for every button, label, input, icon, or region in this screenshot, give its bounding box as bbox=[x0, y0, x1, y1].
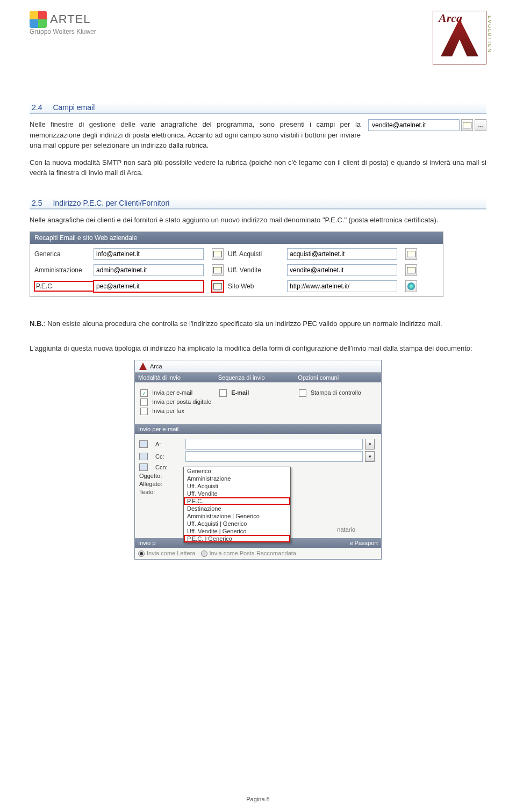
uffvend-mail-icon[interactable] bbox=[405, 264, 417, 276]
book-icon[interactable] bbox=[139, 440, 148, 448]
pec-label: P.E.C. bbox=[34, 281, 94, 291]
cc-label: Cc: bbox=[155, 453, 183, 460]
nb-label: N.B. bbox=[30, 320, 44, 328]
section-2-5-title: Indirizzo P.E.C. per Clienti/Fornitori bbox=[53, 199, 169, 207]
dd-pec[interactable]: P.E.C. bbox=[184, 497, 290, 505]
sito-label: Sito Web bbox=[228, 282, 287, 290]
sito-input[interactable] bbox=[287, 280, 397, 292]
uffacq-label: Uff. Acquisti bbox=[228, 250, 287, 258]
opt-stampa[interactable] bbox=[299, 389, 306, 397]
opt-stampa-row[interactable]: Stampa di controllo bbox=[299, 389, 376, 397]
cc-row: Cc: ▾ bbox=[139, 451, 377, 462]
radio-icon bbox=[138, 550, 145, 557]
dd-pec-generico[interactable]: P.E.C. | Generico bbox=[184, 535, 290, 542]
dd-generico[interactable]: Generico bbox=[184, 467, 290, 475]
recapiti-panel: Recapiti Email e sito Web aziendale Gene… bbox=[30, 231, 443, 297]
recapiti-title: Recapiti Email e sito Web aziendale bbox=[30, 232, 443, 244]
page-footer: Pagina 8 bbox=[0, 796, 516, 802]
form-change-paragraph: L'aggiunta di questa nuova tipologia di … bbox=[30, 343, 486, 354]
chk-invia-email-row[interactable]: Invia per e-mail bbox=[140, 389, 217, 397]
dd-uffvendite[interactable]: Uff. Vendite bbox=[184, 490, 290, 497]
logo-artel-block: ARTEL Gruppo Wolters Kluwer bbox=[30, 11, 96, 64]
bar1-c2: Sequenza di invio bbox=[218, 374, 298, 381]
chk-fax-row[interactable]: Invia per fax bbox=[140, 408, 217, 415]
seq-email-box[interactable] bbox=[219, 389, 227, 397]
opt-stampa-label: Stampa di controllo bbox=[311, 389, 361, 397]
uffvend-input[interactable] bbox=[287, 264, 397, 276]
amm-mail-icon[interactable] bbox=[212, 264, 224, 276]
section-2-4-title: Campi email bbox=[53, 103, 95, 112]
bar3-b: e Passport bbox=[349, 540, 378, 546]
radio-icon bbox=[201, 550, 207, 557]
chk-fax-label: Invia per fax bbox=[152, 408, 184, 415]
section-2-4-header: 2.4 Campi email bbox=[30, 102, 486, 114]
sample-email-field: ... bbox=[368, 119, 486, 131]
seq-email-row[interactable]: E-mail bbox=[219, 389, 296, 397]
nb-paragraph: N.B.: Non esiste alcuna procedura che co… bbox=[30, 318, 486, 329]
uffacq-mail-icon[interactable] bbox=[405, 248, 417, 260]
radio-raccomandata-label: Invia come Posta Raccomandata bbox=[210, 550, 296, 556]
uffvend-label: Uff. Vendite bbox=[228, 266, 287, 274]
chk-posta-digitale-row[interactable]: Invia per posta digitale bbox=[140, 398, 217, 406]
logo-arca-block: Arca EVOLUTION bbox=[433, 11, 486, 64]
bar2-label: Invio per e-mail bbox=[138, 426, 378, 432]
dd-uffvend-generico[interactable]: Uff. Vendite | Generico bbox=[184, 527, 290, 535]
arca-evolution-text: EVOLUTION bbox=[487, 16, 492, 53]
book-icon[interactable] bbox=[139, 453, 148, 460]
cc-input[interactable] bbox=[185, 451, 363, 462]
section-2-4-num: 2.4 bbox=[32, 103, 42, 112]
section-2-5-header: 2.5 Indirizzo P.E.C. per Clienti/Fornito… bbox=[30, 198, 486, 209]
sito-browse-icon[interactable] bbox=[405, 280, 417, 292]
uffacq-input[interactable] bbox=[287, 248, 397, 260]
chk-posta-digitale[interactable] bbox=[140, 398, 148, 406]
bar1-c3: Opzioni comuni bbox=[298, 374, 378, 381]
radio-row: Invia come Lettera Invia come Posta Racc… bbox=[135, 548, 381, 559]
to-row: A: ▾ bbox=[139, 439, 377, 450]
chk-invia-email[interactable] bbox=[140, 389, 148, 397]
seq-email-label: E-mail bbox=[231, 389, 249, 397]
radio-lettera[interactable]: Invia come Lettera bbox=[138, 550, 196, 557]
dd-amministrazione[interactable]: Amministrazione bbox=[184, 475, 290, 482]
browse-rubrica-button[interactable]: ... bbox=[475, 119, 486, 131]
artel-text: ARTEL bbox=[50, 12, 91, 26]
section-2-5-num: 2.5 bbox=[32, 199, 42, 207]
to-combo-button[interactable]: ▾ bbox=[365, 439, 375, 450]
dd-uffacquisti[interactable]: Uff. Acquisti bbox=[184, 482, 290, 490]
artel-subtitle: Gruppo Wolters Kluwer bbox=[30, 28, 96, 35]
dd-uffacq-generico[interactable]: Uff. Acquisti | Generico bbox=[184, 520, 290, 527]
chk-invia-email-label: Invia per e-mail bbox=[152, 389, 192, 397]
section-2-4-p2: Con la nuova modalità SMTP non sarà più … bbox=[30, 157, 486, 178]
dialog-bar1: Modalità di invio Sequenza di invio Opzi… bbox=[135, 373, 381, 382]
page-header: ARTEL Gruppo Wolters Kluwer Arca EVOLUTI… bbox=[30, 11, 486, 64]
arca-dialog: Arca Modalità di invio Sequenza di invio… bbox=[134, 360, 382, 560]
pec-mail-icon[interactable] bbox=[212, 280, 224, 292]
dialog-bar2: Invio per e-mail bbox=[135, 424, 381, 434]
section-2-5-p1: Nelle anagrafiche dei clienti e dei forn… bbox=[30, 215, 486, 226]
artel-icon bbox=[30, 11, 47, 28]
dd-amm-generico[interactable]: Amministrazione | Generico bbox=[184, 512, 290, 520]
to-label: A: bbox=[155, 441, 183, 447]
to-input[interactable] bbox=[185, 439, 363, 450]
arca-dialog-icon bbox=[139, 363, 147, 370]
ccn-dropdown[interactable]: Generico Amministrazione Uff. Acquisti U… bbox=[183, 467, 291, 543]
pec-input[interactable] bbox=[94, 280, 204, 292]
generica-label: Generica bbox=[34, 250, 94, 258]
chk-fax[interactable] bbox=[140, 408, 148, 415]
amm-input[interactable] bbox=[94, 264, 204, 276]
send-mail-icon[interactable] bbox=[461, 119, 473, 131]
nb-text: : Non esiste alcuna procedura che contro… bbox=[44, 320, 442, 328]
radio-raccomandata[interactable]: Invia come Posta Raccomandata bbox=[201, 550, 296, 557]
generica-input[interactable] bbox=[94, 248, 204, 260]
cc-combo-button[interactable]: ▾ bbox=[365, 451, 375, 462]
dd-destinazione[interactable]: Destinazione bbox=[184, 505, 290, 512]
generica-mail-icon[interactable] bbox=[212, 248, 224, 260]
chk-posta-digitale-label: Invia per posta digitale bbox=[152, 398, 211, 406]
arca-dialog-title-text: Arca bbox=[150, 363, 162, 369]
arca-dialog-title: Arca bbox=[135, 360, 381, 373]
bar1-c1: Modalità di invio bbox=[138, 374, 218, 381]
radio-lettera-label: Invia come Lettera bbox=[147, 550, 196, 556]
amm-label: Amministrazione bbox=[34, 266, 94, 274]
sample-email-input[interactable] bbox=[368, 119, 460, 131]
